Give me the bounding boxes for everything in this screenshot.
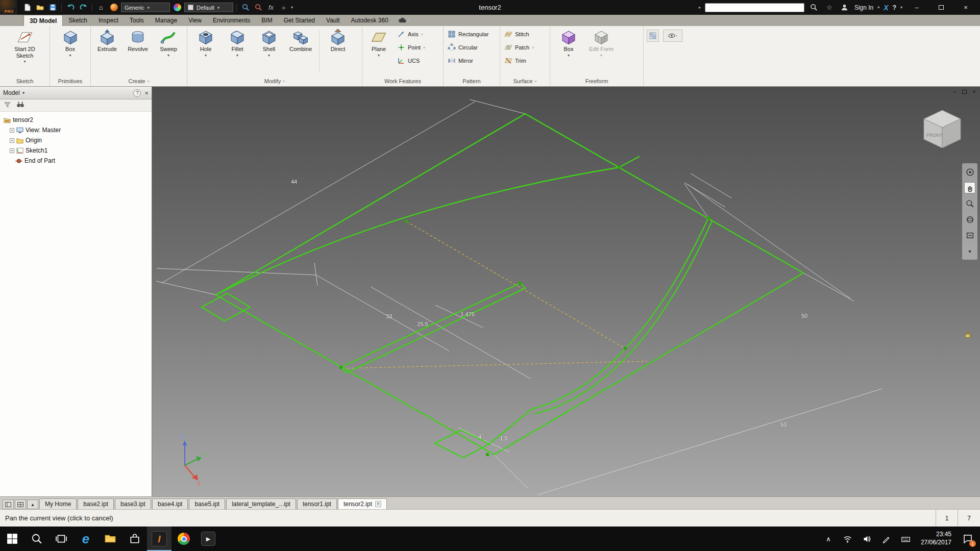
start-2d-sketch-button[interactable]: Start 2D Sketch ▾: [7, 28, 43, 64]
chevron-down-icon[interactable]: ▾: [268, 53, 270, 58]
chevron-down-icon[interactable]: ▾: [69, 53, 71, 58]
filter-icon[interactable]: [4, 101, 11, 110]
render-sphere-icon[interactable]: [108, 2, 119, 13]
browser-help-icon[interactable]: ?: [133, 89, 141, 97]
doc-tab-base4[interactable]: base4.ipt: [152, 498, 188, 509]
color-wheel-icon[interactable]: [172, 2, 183, 13]
dimension-label-53[interactable]: 53: [780, 421, 787, 428]
axis-button[interactable]: Axis ▾: [395, 28, 427, 41]
plane-button[interactable]: Plane ▾: [364, 28, 393, 58]
chevron-down-icon[interactable]: ▾: [877, 5, 879, 10]
dimension-label-1-475[interactable]: 1.475: [460, 311, 475, 317]
file-explorer-button[interactable]: [98, 527, 122, 551]
tab-inspect[interactable]: Inspect: [93, 15, 124, 26]
store-button[interactable]: [122, 527, 147, 551]
panel-label-create[interactable]: Create▾: [91, 76, 187, 86]
maximize-button[interactable]: [931, 0, 951, 15]
network-icon[interactable]: [839, 527, 856, 551]
chevron-down-icon[interactable]: ▾: [22, 90, 25, 95]
zoom-tool-icon[interactable]: [964, 198, 975, 209]
appearance-visibility-dropdown[interactable]: ▾: [663, 30, 682, 42]
chevron-down-icon[interactable]: ▾: [236, 53, 238, 58]
panel-label-surface[interactable]: Surface▾: [500, 76, 550, 86]
look-at-tool-icon[interactable]: [964, 230, 975, 241]
new-file-button[interactable]: [21, 2, 33, 13]
freeform-box-button[interactable]: Box ▾: [554, 28, 583, 58]
chevron-down-icon[interactable]: ▾: [532, 45, 534, 50]
search-icon[interactable]: [808, 2, 820, 13]
close-button[interactable]: ×: [955, 0, 976, 15]
tab-environments[interactable]: Environments: [207, 15, 256, 26]
expander-icon[interactable]: +: [10, 148, 14, 153]
action-center-button[interactable]: 1: [958, 527, 978, 551]
doc-tab-base2[interactable]: base2.ipt: [78, 498, 114, 509]
panel-label-modify[interactable]: Modify▾: [187, 76, 362, 86]
pan-tool-icon[interactable]: [964, 182, 975, 193]
stitch-button[interactable]: Stitch: [502, 28, 536, 41]
doc-tab-close-icon[interactable]: ×: [375, 501, 381, 507]
tray-overflow-icon[interactable]: ∧: [820, 527, 837, 551]
orbit-tool-icon[interactable]: [964, 214, 975, 225]
parameters-fx-button[interactable]: fx: [265, 2, 277, 13]
doc-tab-base3[interactable]: base3.ipt: [115, 498, 151, 509]
doc-tab-my-home[interactable]: My Home: [39, 498, 77, 509]
touch-keyboard-icon[interactable]: [897, 527, 915, 551]
chrome-button[interactable]: [172, 527, 196, 551]
search-binoculars-icon[interactable]: [16, 101, 24, 110]
doc-tab-lateral-template[interactable]: lateral_template_...ipt: [226, 498, 296, 509]
graphics-viewport[interactable]: Z Y X 44 33 25.5 1.475 50 53 4 1.5 – × F…: [152, 87, 980, 496]
trim-button[interactable]: Trim: [502, 54, 536, 67]
dimension-label-50[interactable]: 50: [801, 313, 807, 319]
chevron-down-icon[interactable]: ▾: [423, 45, 425, 50]
help-icon[interactable]: ?: [893, 4, 896, 11]
add-tool-button[interactable]: +: [278, 2, 289, 13]
expander-icon[interactable]: +: [10, 138, 14, 143]
fillet-button[interactable]: Fillet ▾: [223, 28, 252, 58]
arrange-windows-button[interactable]: [3, 499, 14, 509]
chevron-down-icon[interactable]: ▾: [378, 53, 380, 58]
dimension-label-25-5[interactable]: 25.5: [417, 321, 428, 327]
save-button[interactable]: [47, 2, 58, 13]
dimension-label-44[interactable]: 44: [291, 179, 297, 185]
cloud-icon[interactable]: ▾: [394, 15, 413, 26]
edge-browser-button[interactable]: e: [74, 527, 98, 551]
doc-tab-tensor1[interactable]: tensor1.ipt: [297, 498, 337, 509]
inventor-taskbar-button[interactable]: I: [147, 527, 172, 551]
tree-item-origin[interactable]: + Origin: [2, 135, 150, 145]
favorites-star-icon[interactable]: ☆: [824, 2, 835, 13]
qat-overflow-icon[interactable]: ▸: [699, 5, 701, 10]
chevron-down-icon[interactable]: ▾: [900, 5, 902, 10]
qat-customize-icon[interactable]: ▾: [291, 5, 293, 10]
tree-item-end-of-part[interactable]: End of Part: [2, 156, 150, 166]
hole-button[interactable]: Hole ▾: [191, 28, 220, 58]
dimension-label-33[interactable]: 33: [386, 313, 392, 319]
browser-close-icon[interactable]: ×: [144, 89, 149, 97]
chevron-down-icon[interactable]: ▾: [421, 32, 423, 37]
mirror-button[interactable]: Mirror: [446, 54, 491, 67]
undo-button[interactable]: [65, 2, 76, 13]
tab-get-started[interactable]: Get Started: [278, 15, 321, 26]
taskbar-clock[interactable]: 23:45 27/06/2017: [917, 531, 955, 546]
visibility-button[interactable]: [647, 30, 659, 42]
doc-tab-base5[interactable]: base5.ipt: [189, 498, 225, 509]
sign-in-label[interactable]: Sign In: [854, 4, 873, 11]
edit-form-button[interactable]: Edit Form ▾: [587, 28, 616, 58]
navbar-more-icon[interactable]: ▾: [964, 245, 975, 257]
pen-workspace-icon[interactable]: [878, 527, 895, 551]
tree-item-view-master[interactable]: + View: Master: [2, 125, 150, 135]
dimension-label-4[interactable]: 4: [478, 434, 481, 440]
tab-bim[interactable]: BIM: [256, 15, 278, 26]
media-app-button[interactable]: ▶: [196, 527, 220, 551]
tab-vault[interactable]: Vault: [321, 15, 345, 26]
combine-button[interactable]: Combine: [286, 28, 315, 53]
task-view-button[interactable]: [49, 527, 74, 551]
dimension-label-1-5[interactable]: 1.5: [500, 435, 507, 441]
steering-wheel-icon[interactable]: [964, 166, 975, 178]
viewport-close-icon[interactable]: ×: [972, 88, 976, 95]
material-dropdown[interactable]: Generic▾: [121, 3, 170, 12]
zoom-selected-button[interactable]: [253, 2, 264, 13]
redo-button[interactable]: [78, 2, 89, 13]
primitive-box-button[interactable]: Box ▾: [56, 28, 85, 58]
tab-view[interactable]: View: [183, 15, 207, 26]
home-button[interactable]: ⌂: [95, 2, 107, 13]
